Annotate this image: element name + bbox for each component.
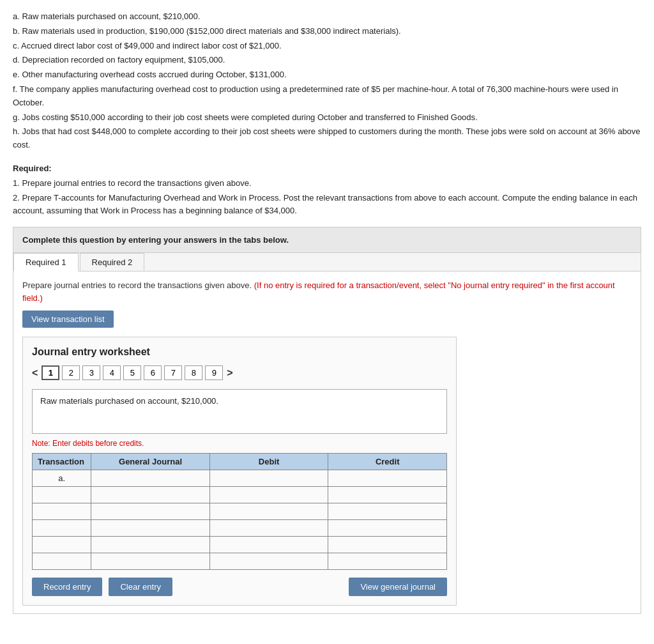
- general-journal-cell[interactable]: [91, 470, 210, 487]
- transaction-cell: [33, 553, 91, 570]
- credit-input[interactable]: [328, 503, 446, 519]
- debit-input[interactable]: [210, 503, 328, 519]
- view-general-journal-button[interactable]: View general journal: [349, 578, 447, 596]
- table-row: [33, 503, 447, 520]
- credit-cell[interactable]: [328, 487, 447, 503]
- worksheet-title: Journal entry worksheet: [32, 346, 447, 358]
- general-journal-input[interactable]: [91, 520, 209, 536]
- nav-num-7[interactable]: 7: [164, 365, 182, 380]
- nav-num-4[interactable]: 4: [103, 365, 121, 380]
- transaction-cell: [33, 520, 91, 537]
- debit-input[interactable]: [210, 553, 328, 569]
- col-header-journal: General Journal: [91, 454, 210, 470]
- tabs-header: Required 1Required 2: [13, 253, 641, 272]
- debit-cell[interactable]: [209, 503, 328, 520]
- nav-num-5[interactable]: 5: [123, 365, 141, 380]
- nav-num-8[interactable]: 8: [185, 365, 202, 380]
- required-item: 1. Prepare journal entries to record the…: [13, 177, 641, 190]
- complete-box-text: Complete this question by entering your …: [22, 235, 289, 245]
- nav-num-6[interactable]: 6: [144, 365, 162, 380]
- general-journal-cell[interactable]: [91, 520, 210, 537]
- tab-required-2[interactable]: Required 2: [80, 253, 145, 271]
- general-journal-input[interactable]: [91, 487, 209, 503]
- table-row: [33, 553, 447, 570]
- nav-num-2[interactable]: 2: [62, 365, 80, 380]
- transaction-desc-box: Raw materials purchased on account, $210…: [32, 389, 447, 434]
- debit-cell[interactable]: [209, 487, 328, 503]
- debit-input[interactable]: [210, 487, 328, 503]
- problem-item: h. Jobs that had cost $448,000 to comple…: [13, 125, 641, 152]
- col-header-credit: Credit: [328, 454, 447, 470]
- debit-cell[interactable]: [209, 553, 328, 570]
- problem-item: f. The company applies manufacturing ove…: [13, 83, 641, 110]
- credit-cell[interactable]: [328, 553, 447, 570]
- general-journal-cell[interactable]: [91, 537, 210, 553]
- btn-row-left: Record entry Clear entry: [32, 578, 172, 596]
- worksheet-box: Journal entry worksheet < 123456789 > Ra…: [22, 337, 457, 606]
- debit-input[interactable]: [210, 537, 328, 553]
- credit-input[interactable]: [328, 553, 446, 569]
- transaction-cell: [33, 537, 91, 553]
- nav-next-button[interactable]: >: [227, 367, 232, 379]
- transaction-cell: a.: [33, 470, 91, 487]
- general-journal-input[interactable]: [91, 470, 209, 486]
- problem-text: a. Raw materials purchased on account, $…: [13, 10, 641, 152]
- debit-cell[interactable]: [209, 470, 328, 487]
- required-label: Required:: [13, 164, 52, 173]
- required-item: 2. Prepare T-accounts for Manufacturing …: [13, 192, 641, 218]
- credit-cell[interactable]: [328, 470, 447, 487]
- credit-cell[interactable]: [328, 503, 447, 520]
- general-journal-input[interactable]: [91, 503, 209, 519]
- button-row: Record entry Clear entry View general jo…: [32, 578, 447, 596]
- problem-item: g. Jobs costing $510,000 according to th…: [13, 111, 641, 125]
- general-journal-input[interactable]: [91, 553, 209, 569]
- problem-item: d. Depreciation recorded on factory equi…: [13, 54, 641, 67]
- table-row: [33, 537, 447, 553]
- credit-input[interactable]: [328, 537, 446, 553]
- debit-cell[interactable]: [209, 537, 328, 553]
- credit-input[interactable]: [328, 470, 446, 486]
- table-row: [33, 520, 447, 537]
- instruction-main: Prepare journal entries to record the tr…: [22, 280, 252, 290]
- col-header-debit: Debit: [209, 454, 328, 470]
- transaction-cell: [33, 503, 91, 520]
- tab-required-1[interactable]: Required 1: [13, 253, 79, 272]
- problem-item: b. Raw materials used in production, $19…: [13, 25, 641, 38]
- nav-prev-button[interactable]: <: [32, 367, 38, 379]
- credit-input[interactable]: [328, 520, 446, 536]
- general-journal-cell[interactable]: [91, 503, 210, 520]
- col-header-transaction: Transaction: [33, 454, 91, 470]
- tab-content: Prepare journal entries to record the tr…: [13, 272, 641, 613]
- required-section: Required: 1. Prepare journal entries to …: [13, 162, 641, 218]
- complete-box: Complete this question by entering your …: [13, 227, 641, 253]
- nav-num-9[interactable]: 9: [205, 365, 223, 380]
- problem-item: a. Raw materials purchased on account, $…: [13, 10, 641, 24]
- problem-item: e. Other manufacturing overhead costs ac…: [13, 68, 641, 82]
- nav-num-3[interactable]: 3: [82, 365, 100, 380]
- problem-item: c. Accrued direct labor cost of $49,000 …: [13, 40, 641, 53]
- nav-num-1[interactable]: 1: [42, 365, 59, 380]
- debit-input[interactable]: [210, 520, 328, 536]
- transaction-description: Raw materials purchased on account, $210…: [40, 396, 218, 406]
- general-journal-cell[interactable]: [91, 553, 210, 570]
- credit-cell[interactable]: [328, 520, 447, 537]
- note-text: Note: Enter debits before credits.: [32, 439, 447, 448]
- instruction-text: Prepare journal entries to record the tr…: [22, 279, 632, 304]
- general-journal-cell[interactable]: [91, 487, 210, 503]
- record-entry-button[interactable]: Record entry: [32, 578, 102, 596]
- clear-entry-button[interactable]: Clear entry: [109, 578, 172, 596]
- transaction-cell: [33, 487, 91, 503]
- general-journal-input[interactable]: [91, 537, 209, 553]
- debit-cell[interactable]: [209, 520, 328, 537]
- debit-input[interactable]: [210, 470, 328, 486]
- tabs-container: Required 1Required 2 Prepare journal ent…: [13, 253, 641, 614]
- view-transaction-button[interactable]: View transaction list: [22, 310, 114, 328]
- table-row: [33, 487, 447, 503]
- journal-table: Transaction General Journal Debit Credit…: [32, 453, 447, 570]
- table-row: a.: [33, 470, 447, 487]
- credit-input[interactable]: [328, 487, 446, 503]
- credit-cell[interactable]: [328, 537, 447, 553]
- nav-row: < 123456789 >: [32, 365, 447, 380]
